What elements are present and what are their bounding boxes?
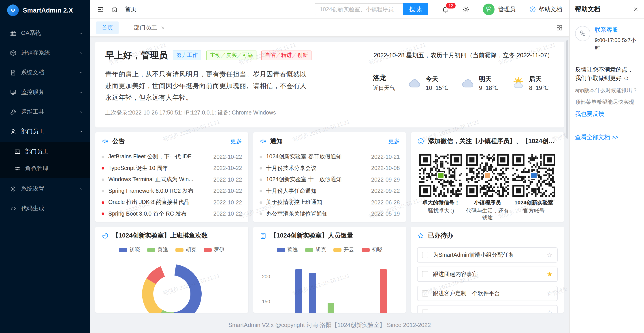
date-line: 2022-10-28 星期五，农历十月初四（当前霜降，立冬 2022-11-07…	[374, 51, 553, 59]
phone-icon	[575, 26, 590, 41]
sun-icon	[511, 76, 526, 90]
help-panel: 帮助文档 联系客服 9:00-17:00 5x7小时 反馈让您不满意的点，我们争…	[569, 0, 644, 333]
chevron-down-icon	[79, 109, 84, 114]
grid-layout-icon[interactable]	[556, 24, 563, 31]
app-logo[interactable]: SmartAdmin 2.X	[0, 0, 90, 20]
tab-bar: 首页 部门员工	[90, 19, 569, 37]
weather-city: 洛龙 近日天气	[373, 74, 395, 92]
chevron-down-icon	[79, 186, 84, 191]
bullet-dot	[102, 201, 104, 204]
news-item[interactable]: 1024创新实验室 十一放假通知2022-09-29	[259, 174, 400, 185]
bullet-dot	[102, 178, 104, 181]
news-item[interactable]: 十月份技术分享会议2022-10-08	[259, 163, 400, 174]
megaphone-icon	[102, 138, 109, 145]
close-icon[interactable]	[633, 6, 639, 12]
legend-item: 罗伊	[204, 246, 225, 254]
menu-fold-icon[interactable]	[97, 5, 104, 13]
monitor-icon	[10, 89, 16, 95]
news-item[interactable]: Windows Terminal 正式成为 Win...2022-10-22	[102, 174, 242, 185]
contact-support: 联系客服 9:00-17:00 5x7小时	[575, 26, 639, 52]
notifications-bell[interactable]: 12	[442, 5, 449, 13]
help-docs-link[interactable]: 帮助文档	[529, 5, 562, 13]
greeting-message: 青年的肩上，从不只有清风明月，更有责任担当。岁月因青春慨然以赴而更加美好，世间因…	[105, 68, 308, 103]
card-title: 已办待办	[428, 232, 558, 240]
sidebar-subitem-1[interactable]: 角色管理	[0, 160, 90, 177]
smartadmin-logo-icon	[7, 4, 19, 16]
news-item[interactable]: 十月份人事任命通知2022-09-22	[259, 185, 400, 197]
todo-checkbox[interactable]	[422, 310, 428, 313]
legend-item: 善逸	[277, 246, 298, 254]
app-window: SmartAdmin 2.X OA系统进销存系统系统文档监控服务运维工具部门员工…	[0, 0, 644, 333]
search-input[interactable]	[315, 3, 404, 15]
question-circle-icon	[529, 5, 536, 13]
user-menu[interactable]: 管 管理员	[483, 3, 516, 15]
todo-list: 为SmartAdmin前端小组分配任务☆跟进团建内容事宜★跟进客户定制一个软件平…	[411, 245, 564, 313]
news-item[interactable]: 1024创新实验室 春节放假通知2022-10-21	[259, 151, 400, 163]
todo-checkbox[interactable]	[422, 252, 428, 258]
sidebar-submenu: 部门员工角色管理	[0, 142, 90, 178]
topbar-right: 搜 索 12 管 管理员 帮助文档	[315, 3, 562, 15]
qr-column: 卓大的微信号！骚扰卓大 :)	[418, 154, 464, 221]
tab-dept-staff[interactable]: 部门员工	[128, 21, 170, 34]
bullet-dot	[102, 167, 104, 170]
all-docs-link[interactable]: 查看全部文档 >>	[575, 133, 639, 141]
star-icon[interactable]: ★	[547, 270, 553, 278]
todo-item[interactable]: 为SmartAdmin前端小组分配任务☆	[417, 247, 558, 263]
chevron-down-icon	[79, 70, 84, 75]
smiley-icon	[417, 138, 424, 145]
qr-code	[512, 154, 556, 197]
legend-item: 胡克	[176, 246, 196, 254]
news-item[interactable]: Spring Boot 3.0.0 首个 RC 发布2022-10-22	[102, 208, 242, 220]
feedback-link[interactable]: 我也要反馈	[575, 110, 639, 118]
speaker-icon	[259, 138, 266, 145]
news-item[interactable]: 关于疫情防控上班通知2022-06-28	[259, 197, 400, 208]
sidebar-item-3[interactable]: 监控服务	[0, 83, 90, 101]
todo-checkbox[interactable]	[422, 290, 428, 297]
bullet-dot	[102, 190, 104, 193]
gear-icon[interactable]	[462, 5, 470, 13]
search-button[interactable]: 搜 索	[404, 3, 428, 15]
scrollbar[interactable]	[566, 40, 568, 139]
bank-icon	[10, 30, 16, 36]
meals-chart-card: 【1024创新实验室】人员饭量 善逸胡克开云初晓 200150	[253, 227, 406, 313]
star-icon[interactable]: ☆	[547, 251, 553, 259]
sidebar-subitem-0[interactable]: 部门员工	[0, 143, 90, 160]
contact-support-link[interactable]: 联系客服	[595, 26, 639, 34]
notices-more-link[interactable]: 更多	[388, 137, 400, 145]
news-item[interactable]: 办公室消杀关键位置通知2022-05-19	[259, 208, 400, 220]
todo-item[interactable]: 跟进团建内容事宜★	[417, 267, 558, 282]
home-icon[interactable]	[111, 5, 118, 13]
sidebar-item-2[interactable]: 系统文档	[0, 63, 90, 81]
sidebar-item-6[interactable]: 系统设置	[0, 180, 90, 198]
chevron-down-icon	[79, 31, 84, 35]
feedback-item: app版本什么时候能推出？	[575, 87, 639, 94]
doc-icon	[10, 69, 16, 76]
star-icon[interactable]: ☆	[547, 289, 553, 298]
news-item[interactable]: Spring Framework 6.0.0 RC2 发布2022-10-22	[102, 185, 242, 197]
todo-item[interactable]: 跟进客户定制一个软件平台☆	[417, 286, 558, 301]
news-item[interactable]: JetBrains Fleet 公测，下一代 IDE2022-10-22	[102, 151, 242, 163]
bullet-dot	[259, 156, 262, 158]
sidebar-item-0[interactable]: OA系统	[0, 24, 90, 42]
bullet-dot	[259, 167, 262, 170]
help-panel-title: 帮助文档	[575, 5, 600, 13]
sidebar-item-7[interactable]: 代码生成	[0, 200, 90, 217]
sidebar-item-1[interactable]: 进销存系统	[0, 44, 90, 62]
news-item[interactable]: Oracle 推出 JDK 8 的直接替代品2022-10-22	[102, 197, 242, 208]
sliders-icon	[14, 165, 20, 172]
sidebar-item-4[interactable]: 运维工具	[0, 103, 90, 121]
tab-home[interactable]: 首页	[96, 21, 118, 34]
announcements-more-link[interactable]: 更多	[230, 137, 242, 145]
sidebar-item-5[interactable]: 部门员工	[0, 123, 90, 140]
close-tab-icon[interactable]	[161, 25, 165, 30]
todo-item-partial[interactable]: ☆	[417, 305, 558, 313]
bullet-dot	[102, 156, 104, 158]
qr-name: 1024创新实验室	[511, 199, 557, 207]
todo-checkbox[interactable]	[422, 271, 428, 277]
legend-item: 开云	[333, 246, 354, 254]
tool-icon	[10, 108, 16, 115]
qr-desc: 骚扰卓大 :)	[418, 208, 464, 214]
wechat-card: 添加微信，关注【小镇程序员】、【1024创新... 卓大的微信号！骚扰卓大 :)…	[411, 132, 564, 222]
breadcrumb: 首页	[125, 5, 136, 13]
news-item[interactable]: TypeScript 诞生 10 周年2022-10-22	[102, 163, 242, 174]
